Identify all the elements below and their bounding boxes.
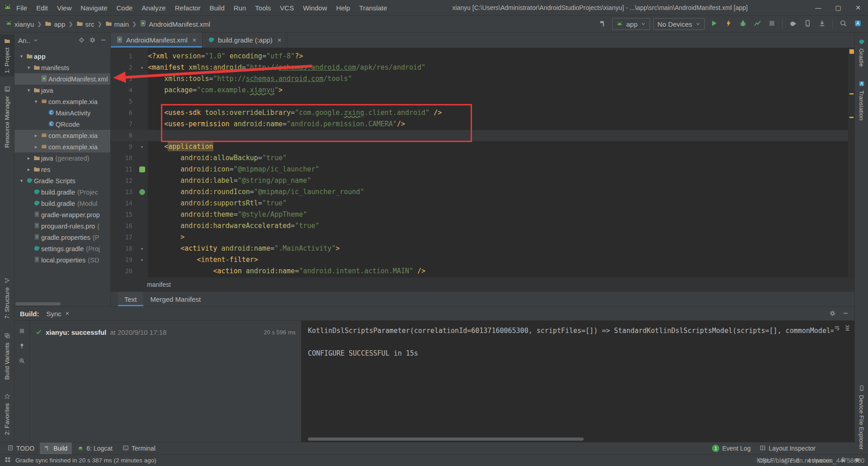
tree-expand-icon[interactable]: ▾ [25,65,32,71]
tree-expand-icon[interactable]: ▸ [33,144,39,150]
code-area[interactable]: 1<?xml version="1.0" encoding="utf-8"?>2… [111,48,854,277]
menu-analyze[interactable]: Analyze [137,0,170,15]
breadcrumb-manifest[interactable]: manifest [147,281,171,288]
code-line-11[interactable]: 11 android:icon="@mipmap/ic_launcher" [111,164,848,175]
tree-item-com-example-xia[interactable]: ▾com.example.xia [14,96,110,107]
close-icon[interactable]: ✕ [65,310,70,317]
code-line-4[interactable]: 4 package="com.example.xianyu"> [111,85,848,96]
code-line-17[interactable]: 17 > [111,232,848,243]
tool-strip-button-structure[interactable]: 7: Structure [0,274,14,322]
tree-expand-icon[interactable]: ▸ [25,155,32,161]
build-tab-sync[interactable]: Sync ✕ [47,310,70,318]
code-line-20[interactable]: 20 <action android:name="android.intent.… [111,266,848,277]
menu-vcs[interactable]: VCS [275,0,298,15]
run-configuration-select[interactable]: app [612,18,650,30]
code-line-13[interactable]: 13 android:roundIcon="@mipmap/ic_launche… [111,186,848,198]
tree-item-java[interactable]: ▸java(generated) [14,152,110,164]
tree-item-mainactivity[interactable]: CMainActivity [14,107,110,119]
launcher-icon-preview[interactable] [139,166,145,172]
tree-item-settings-gradle[interactable]: settings.gradle(Proj [14,243,110,254]
tab-text[interactable]: Text [118,292,143,306]
toolwindow-button-terminal[interactable]: Terminal [118,442,160,454]
code-line-10[interactable]: 10 android:allowBackup="true" [111,152,848,164]
tree-expand-icon[interactable]: ▾ [18,178,25,184]
menu-edit[interactable]: Edit [32,0,52,15]
tree-expand-icon[interactable]: ▾ [18,53,25,59]
project-view-selector[interactable]: An.. [18,37,30,44]
close-icon[interactable]: ✕ [277,37,282,43]
code-line-16[interactable]: 16 android:hardwareAccelerated="true" [111,220,848,232]
toolwindow-button-todo[interactable]: TODO [3,442,39,454]
tab-merged-manifest[interactable]: Merged Manifest [144,292,208,306]
tree-item-local-properties[interactable]: local.properties(SD [14,254,110,266]
tool-strip-button-device-file-explorer[interactable]: Device File Explorer [855,382,868,453]
tree-expand-icon[interactable]: ▸ [33,133,39,138]
breadcrumb-xianyu[interactable]: xianyu [5,20,35,28]
tree-item-gradle-wrapper-prop[interactable]: gradle-wrapper.prop [14,209,110,220]
device-select[interactable]: No Devices [653,18,705,30]
code-line-1[interactable]: 1<?xml version="1.0" encoding="utf-8"?> [111,51,848,62]
menu-view[interactable]: View [52,0,76,15]
toolwindow-button-layout-inspector[interactable]: Layout Inspector [755,442,820,454]
warning-mark[interactable] [849,93,854,95]
code-line-5[interactable]: 5 [111,96,848,107]
inspect-button[interactable] [19,357,25,366]
gear-button[interactable] [89,36,96,44]
stop-button[interactable] [766,18,778,30]
tool-strip-button-favorites[interactable]: 2: Favorites [0,390,14,438]
tree-item-manifests[interactable]: ▾manifests [14,62,110,73]
fold-marker-icon[interactable]: ▾ [141,254,143,266]
tree-item-build-gradle[interactable]: build.gradle(Modul [14,198,110,209]
code-line-9[interactable]: 9▾ <application [111,141,848,152]
menu-run[interactable]: Run [229,0,251,15]
tool-strip-button-translation[interactable]: ATranslation [855,77,868,124]
warning-mark[interactable] [849,117,854,118]
error-stripe[interactable] [848,48,854,277]
tree-item-com-example-xia[interactable]: ▸com.example.xia [14,141,110,152]
scroll-end-button[interactable] [844,323,851,335]
tree-expand-icon[interactable]: ▸ [25,166,32,172]
sdk-manager-button[interactable] [816,18,828,30]
code-line-3[interactable]: 3 xmlns:tools="http://schemas.android.co… [111,73,848,85]
chevron-down-icon[interactable] [33,36,38,45]
tool-strip-button-gradle[interactable]: Gradle [855,35,868,70]
close-button[interactable]: ✕ [848,0,868,15]
apply-changes-button[interactable] [722,18,734,30]
editor-tab-androidmanifest-xml[interactable]: AndroidManifest.xml✕ [111,33,203,48]
menu-code[interactable]: Code [112,0,137,15]
build-console[interactable]: KotlinDslScriptsParameter(correlationId=… [302,321,854,442]
breadcrumb-androidmanifest.xml[interactable]: AndroidManifest.xml [139,20,211,28]
code-line-12[interactable]: 12 android:label="@string/app_name" [111,175,848,186]
profiler-button[interactable] [751,18,763,30]
tree-expand-icon[interactable]: ▾ [25,87,32,93]
close-icon[interactable]: ✕ [192,37,197,43]
code-editor[interactable]: 1<?xml version="1.0" encoding="utf-8"?>2… [111,48,848,277]
menu-help[interactable]: Help [332,0,355,15]
tree-item-java[interactable]: ▾java [14,85,110,96]
stop-button[interactable] [19,327,25,336]
minimize-button[interactable]: — [808,0,828,15]
tool-strip-button-project[interactable]: 1: Project [0,34,14,76]
soft-wrap-button[interactable] [834,323,840,335]
translate-button[interactable]: A [852,18,863,30]
inspections-indicator-icon[interactable] [849,49,854,54]
code-line-8[interactable]: 8 [111,130,848,141]
breadcrumb-src[interactable]: src [75,20,95,28]
code-line-15[interactable]: 15 android:theme="@style/AppTheme" [111,209,848,220]
minus-button[interactable] [100,36,107,44]
debug-button[interactable] [737,18,749,30]
menu-navigate[interactable]: Navigate [76,0,112,15]
tool-strip-button-resource-manager[interactable]: Resource Manager [0,83,14,151]
code-line-7[interactable]: 7 <uses-permission android:name="android… [111,119,848,130]
toolwindow-button-6-logcat[interactable]: 6: Logcat [73,442,117,454]
avd-manager-button[interactable] [802,18,813,30]
maximize-button[interactable]: ▢ [828,0,848,15]
tool-strip-button-build-variants[interactable]: Build Variants [0,329,14,383]
menu-file[interactable]: File [12,0,32,15]
breadcrumb-app[interactable]: app [44,20,66,28]
round-icon-preview[interactable] [139,189,145,195]
locate-button[interactable] [78,36,85,44]
editor-tab-build-gradle-app-[interactable]: build.gradle (:app)✕ [203,33,288,48]
fold-marker-icon[interactable]: ▾ [141,141,143,152]
tree-expand-icon[interactable]: ▾ [33,99,39,105]
